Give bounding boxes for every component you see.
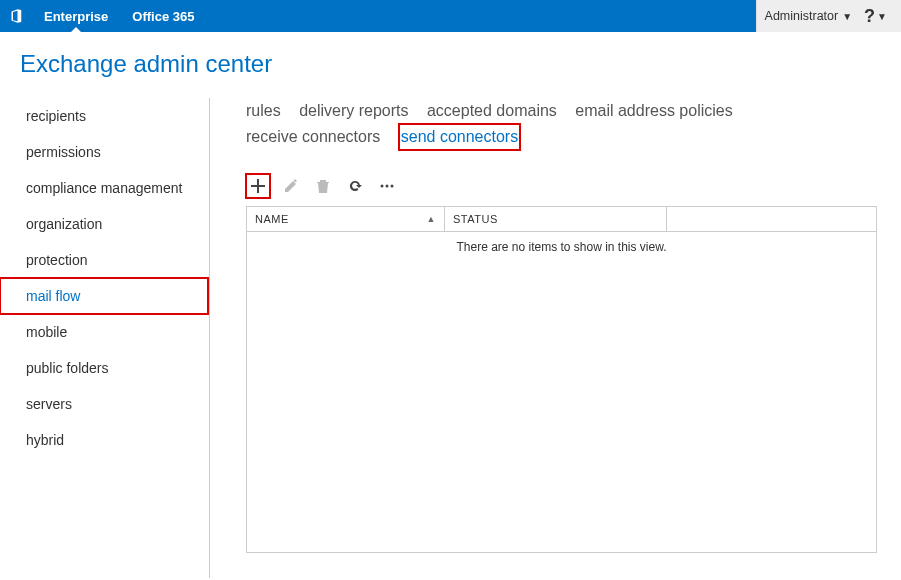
top-link-office365[interactable]: Office 365 bbox=[120, 0, 206, 32]
help-button[interactable]: ? ▼ bbox=[858, 6, 893, 27]
edit-button bbox=[280, 175, 302, 197]
ellipsis-icon bbox=[379, 178, 395, 194]
leftnav-item-protection[interactable]: protection bbox=[20, 242, 209, 278]
leftnav-item-public-folders[interactable]: public folders bbox=[20, 350, 209, 386]
refresh-button[interactable] bbox=[344, 175, 366, 197]
grid-body: There are no items to show in this view. bbox=[247, 232, 876, 552]
subtab-email-address-policies[interactable]: email address policies bbox=[575, 98, 732, 124]
page-title: Exchange admin center bbox=[0, 32, 901, 98]
office-icon bbox=[7, 7, 25, 25]
leftnav-item-mail-flow[interactable]: mail flow bbox=[0, 278, 208, 314]
grid: NAME ▲ STATUS There are no items to show… bbox=[246, 206, 877, 553]
column-header-status[interactable]: STATUS bbox=[445, 207, 667, 231]
svg-point-2 bbox=[391, 185, 394, 188]
leftnav-item-organization[interactable]: organization bbox=[20, 206, 209, 242]
leftnav-item-permissions[interactable]: permissions bbox=[20, 134, 209, 170]
leftnav-item-mobile[interactable]: mobile bbox=[20, 314, 209, 350]
trash-icon bbox=[315, 178, 331, 194]
column-header-status-label: STATUS bbox=[453, 213, 498, 225]
subtabs: rules delivery reports accepted domains … bbox=[246, 98, 877, 150]
refresh-icon bbox=[347, 178, 363, 194]
subtab-send-connectors[interactable]: send connectors bbox=[399, 124, 520, 150]
leftnav-item-compliance[interactable]: compliance management bbox=[20, 170, 209, 206]
toolbar bbox=[246, 174, 877, 198]
topbar: Enterprise Office 365 Administrator ▼ ? … bbox=[0, 0, 901, 32]
more-button[interactable] bbox=[376, 175, 398, 197]
main: recipients permissions compliance manage… bbox=[0, 98, 901, 578]
subtab-rules[interactable]: rules bbox=[246, 98, 281, 124]
subtab-accepted-domains[interactable]: accepted domains bbox=[427, 98, 557, 124]
caret-down-icon: ▼ bbox=[877, 11, 887, 22]
leftnav-item-recipients[interactable]: recipients bbox=[20, 98, 209, 134]
svg-point-0 bbox=[381, 185, 384, 188]
pencil-icon bbox=[283, 178, 299, 194]
caret-down-icon: ▼ bbox=[842, 11, 852, 22]
leftnav-item-servers[interactable]: servers bbox=[20, 386, 209, 422]
content: rules delivery reports accepted domains … bbox=[210, 98, 901, 578]
svg-point-1 bbox=[386, 185, 389, 188]
subtab-delivery-reports[interactable]: delivery reports bbox=[299, 98, 408, 124]
column-header-blank bbox=[667, 207, 876, 231]
plus-icon bbox=[250, 178, 266, 194]
column-header-name-label: NAME bbox=[255, 213, 289, 225]
column-header-name[interactable]: NAME ▲ bbox=[247, 207, 445, 231]
add-button[interactable] bbox=[246, 174, 270, 198]
leftnav-item-hybrid[interactable]: hybrid bbox=[20, 422, 209, 458]
top-link-enterprise[interactable]: Enterprise bbox=[32, 0, 120, 32]
office-logo[interactable] bbox=[0, 0, 32, 32]
topbar-blue: Enterprise Office 365 bbox=[0, 0, 756, 32]
sort-asc-icon: ▲ bbox=[427, 214, 436, 224]
topbar-right: Administrator ▼ ? ▼ bbox=[756, 0, 901, 32]
leftnav: recipients permissions compliance manage… bbox=[20, 98, 210, 578]
help-icon: ? bbox=[864, 6, 875, 27]
grid-header: NAME ▲ STATUS bbox=[247, 207, 876, 232]
subtab-receive-connectors[interactable]: receive connectors bbox=[246, 124, 380, 150]
delete-button bbox=[312, 175, 334, 197]
admin-label: Administrator bbox=[765, 9, 839, 23]
empty-message: There are no items to show in this view. bbox=[456, 240, 666, 254]
admin-dropdown[interactable]: Administrator ▼ bbox=[765, 9, 853, 23]
